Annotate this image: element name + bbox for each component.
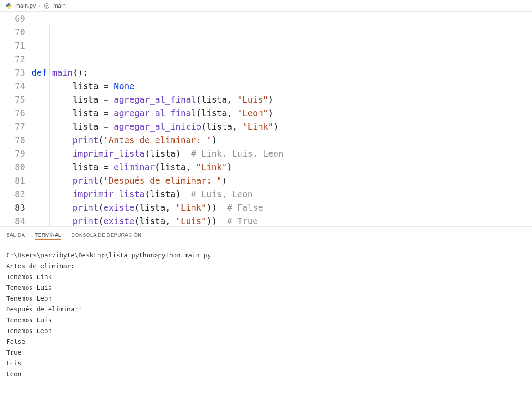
code-line[interactable]: def main(): [31, 66, 532, 79]
code-line[interactable]: lista = eliminar(lista, "Link") [31, 160, 532, 174]
code-line[interactable]: lista = None [31, 79, 532, 93]
code-line[interactable]: imprimir_lista(lista) # Luis, Leon [31, 187, 532, 201]
line-number: 80 [0, 160, 25, 174]
breadcrumb: main.py › main [0, 0, 532, 12]
code-line[interactable]: print("Antes de eliminar: ") [31, 133, 532, 147]
tab-debug-console[interactable]: CONSOLA DE DEPURACIÓN [71, 230, 141, 240]
code-content[interactable]: def main(): lista = None lista = agregar… [31, 12, 532, 226]
line-number: 74 [0, 79, 25, 93]
code-line[interactable]: lista = agregar_al_inicio(lista, "Link") [31, 120, 532, 133]
line-number: 76 [0, 106, 25, 120]
line-number: 81 [0, 174, 25, 187]
breadcrumb-symbol[interactable]: main [53, 2, 66, 9]
line-number: 77 [0, 120, 25, 133]
line-number: 78 [0, 133, 25, 147]
code-line[interactable] [31, 52, 532, 66]
tab-output[interactable]: SALIDA [6, 230, 25, 240]
line-number-gutter: 69707172737475767778798081828384 [0, 12, 31, 226]
code-editor[interactable]: 69707172737475767778798081828384 def mai… [0, 12, 532, 226]
line-number: 79 [0, 147, 25, 160]
code-line[interactable]: lista = agregar_al_final(lista, "Leon") [31, 106, 532, 120]
code-line[interactable]: print("Después de eliminar: ") [31, 174, 532, 187]
line-number: 72 [0, 52, 25, 66]
module-icon [43, 2, 50, 9]
code-line[interactable]: lista = agregar_al_final(lista, "Luis") [31, 93, 532, 106]
breadcrumb-file[interactable]: main.py [15, 2, 36, 9]
tab-terminal[interactable]: TERMINAL [35, 230, 62, 240]
line-number: 84 [0, 214, 25, 226]
indent-guide [49, 25, 50, 226]
line-number: 75 [0, 93, 25, 106]
code-line[interactable]: print(existe(lista, "Luis")) # True [31, 214, 532, 226]
line-number: 70 [0, 25, 25, 39]
terminal-output[interactable]: C:\Users\parzibyte\Desktop\lista_python>… [0, 242, 532, 387]
breadcrumb-separator-icon: › [39, 2, 40, 9]
bottom-panel: SALIDA TERMINAL CONSOLA DE DEPURACIÓN C:… [0, 226, 532, 396]
code-line[interactable]: print(existe(lista, "Link")) # False [31, 201, 532, 214]
panel-tabs: SALIDA TERMINAL CONSOLA DE DEPURACIÓN [0, 227, 532, 242]
line-number: 73 [0, 66, 25, 79]
line-number: 71 [0, 39, 25, 52]
line-number: 82 [0, 187, 25, 201]
python-icon [5, 2, 13, 9]
code-line[interactable]: imprimir_lista(lista) # Link, Luis, Leon [31, 147, 532, 160]
line-number: 69 [0, 12, 25, 25]
line-number: 83 [0, 201, 25, 214]
